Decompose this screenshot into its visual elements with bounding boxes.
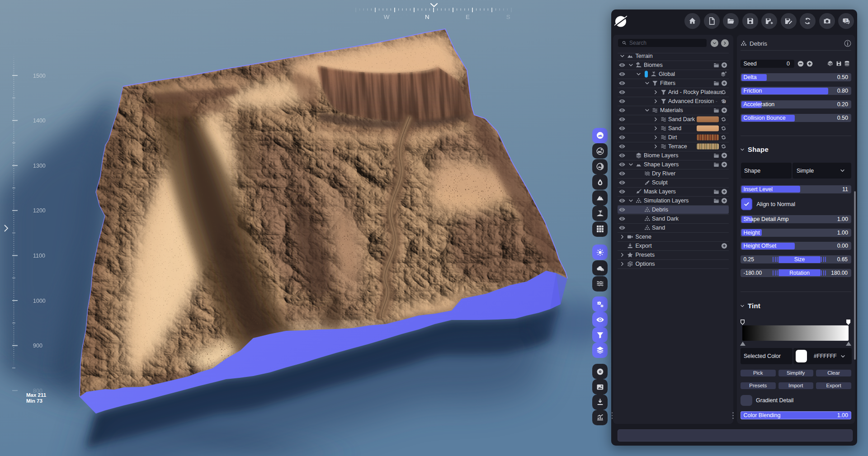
tree-row-sand[interactable]: Sand — [618, 124, 729, 133]
tree-row-biome-layers[interactable]: Biome Layers — [618, 151, 729, 160]
toolbar-terrain-view-button[interactable] — [592, 128, 608, 143]
tree-row-mask-layers[interactable]: Mask Layers — [618, 187, 729, 196]
chevron-right-icon[interactable] — [653, 135, 658, 140]
slider-shape-detail-amp[interactable]: Shape Detail Amp1.00 — [741, 215, 851, 223]
pick-button[interactable]: Pick — [741, 370, 776, 377]
add-layer-icon[interactable] — [721, 107, 727, 113]
add-layer-icon[interactable] — [721, 161, 727, 168]
tree-row-terrace[interactable]: Terrace — [618, 142, 729, 151]
toolbar-machines-button[interactable] — [592, 296, 608, 312]
visibility-eye-icon[interactable] — [619, 81, 625, 85]
toolbar-download-button[interactable] — [592, 395, 608, 410]
chevron-right-icon[interactable] — [620, 235, 625, 240]
properties-scrollbar[interactable] — [854, 191, 856, 360]
tree-row-sand-dark[interactable]: Sand Dark — [618, 214, 729, 223]
slider-height-offset[interactable]: Height Offset0.00 — [741, 242, 851, 250]
slider-collision-bounce[interactable]: Collision Bounce0.50 — [741, 114, 851, 122]
visibility-eye-icon[interactable] — [619, 117, 625, 122]
save-button[interactable] — [742, 13, 758, 29]
randomize-dice-icon[interactable] — [827, 61, 833, 66]
refresh-icon[interactable] — [721, 126, 726, 132]
presets-button[interactable]: Presets — [741, 382, 776, 390]
gradient-detail-checkbox[interactable] — [741, 395, 752, 406]
visibility-eye-icon[interactable] — [619, 198, 625, 203]
tree-row-export[interactable]: Export — [618, 241, 729, 250]
new-file-button[interactable] — [704, 13, 720, 29]
folder-icon[interactable] — [713, 80, 719, 86]
tree-row-sand[interactable]: Sand — [618, 223, 729, 232]
chevron-down-icon[interactable] — [628, 63, 633, 68]
toolbar-mountain-moon-view-button[interactable] — [592, 143, 608, 159]
collapse-all-button[interactable] — [711, 39, 718, 47]
clear-button[interactable]: Clear — [816, 370, 851, 377]
align-to-normal-checkbox[interactable] — [741, 198, 752, 210]
gradient-stop-marker-end[interactable] — [846, 320, 850, 325]
material-swatch-sand[interactable] — [697, 126, 719, 132]
material-swatch-sand_dark[interactable] — [697, 117, 719, 122]
home-button[interactable] — [684, 13, 700, 29]
tree-row-shape-layers[interactable]: Shape Layers — [618, 160, 729, 169]
tree-row-scene[interactable]: Scene — [618, 232, 729, 241]
chevron-right-icon[interactable] — [653, 90, 658, 95]
visibility-eye-icon[interactable] — [619, 72, 625, 76]
tree-row-dry-river[interactable]: Dry River — [618, 169, 729, 178]
panel-edge-grip[interactable] — [612, 412, 613, 419]
visibility-eye-icon[interactable] — [619, 189, 625, 194]
search-input[interactable]: Search — [618, 39, 707, 47]
tint-gradient-bar[interactable] — [742, 325, 849, 341]
add-layer-icon[interactable] — [721, 197, 727, 204]
toolbar-stats-button[interactable] — [592, 410, 608, 425]
chevron-right-icon[interactable] — [653, 99, 658, 104]
toolbar-clouds-button[interactable] — [592, 260, 608, 276]
tree-row-simulation-layers[interactable]: Simulation Layers — [618, 196, 729, 205]
toolbar-visibility-button[interactable] — [592, 312, 608, 327]
folder-icon[interactable] — [713, 153, 719, 159]
range-slider-size[interactable]: 0.250.65Size — [741, 255, 851, 263]
tree-row-sand-dark[interactable]: Sand Dark — [618, 115, 729, 124]
simplify-button[interactable]: Simplify — [778, 370, 814, 377]
slider-friction[interactable]: Friction0.80 — [741, 87, 851, 95]
slider-color-blending[interactable]: Color Blending1.00 — [741, 411, 851, 419]
folder-icon[interactable] — [713, 62, 719, 68]
toolbar-eclipse-view-button[interactable] — [592, 159, 608, 174]
chevron-down-icon[interactable] — [620, 54, 625, 59]
visibility-eye-icon[interactable] — [619, 90, 625, 94]
refresh-icon[interactable] — [721, 89, 726, 95]
visibility-eye-icon[interactable] — [619, 153, 625, 158]
seed-input[interactable]: Seed0 — [741, 60, 794, 68]
material-swatch-dirt[interactable] — [697, 135, 719, 141]
refresh-icon[interactable] — [721, 144, 726, 150]
visibility-eye-icon[interactable] — [619, 144, 625, 149]
tree-row-biomes[interactable]: Biomes — [618, 61, 729, 70]
shape-section-header[interactable]: Shape — [740, 146, 769, 153]
camera-button[interactable] — [819, 13, 835, 29]
toolbar-record-button[interactable] — [592, 364, 608, 379]
visibility-eye-icon[interactable] — [619, 135, 625, 140]
add-layer-icon[interactable] — [721, 62, 727, 68]
panel-divider-grip[interactable] — [732, 412, 734, 419]
help-button[interactable] — [838, 13, 854, 29]
gradient-range-handle-right[interactable] — [846, 342, 851, 346]
sync-button[interactable] — [800, 13, 816, 29]
chevron-right-icon[interactable] — [653, 144, 658, 149]
seed-history-icon[interactable] — [844, 61, 850, 66]
visibility-eye-icon[interactable] — [619, 180, 625, 185]
folder-icon[interactable] — [713, 108, 719, 113]
save-edit-button[interactable] — [781, 13, 797, 29]
toolbar-island-button[interactable] — [592, 206, 608, 221]
tree-row-filters[interactable]: Filters — [618, 79, 729, 88]
toolbar-snapshot-button[interactable] — [592, 379, 608, 395]
app-logo-icon[interactable] — [614, 15, 627, 28]
save-seed-icon[interactable] — [836, 61, 842, 66]
chevron-down-icon[interactable] — [628, 198, 633, 203]
refresh-icon[interactable] — [721, 99, 726, 104]
chevron-down-icon[interactable] — [645, 108, 650, 113]
toolbar-water-lines-button[interactable] — [592, 276, 608, 291]
folder-icon[interactable] — [713, 162, 719, 168]
tint-section-header[interactable]: Tint — [740, 302, 760, 310]
seed-increment-icon[interactable] — [807, 61, 813, 67]
visibility-eye-icon[interactable] — [619, 162, 625, 167]
slider-delta[interactable]: Delta0.50 — [741, 73, 851, 81]
save-plus-button[interactable] — [761, 13, 777, 29]
chevron-right-icon[interactable] — [620, 262, 625, 267]
